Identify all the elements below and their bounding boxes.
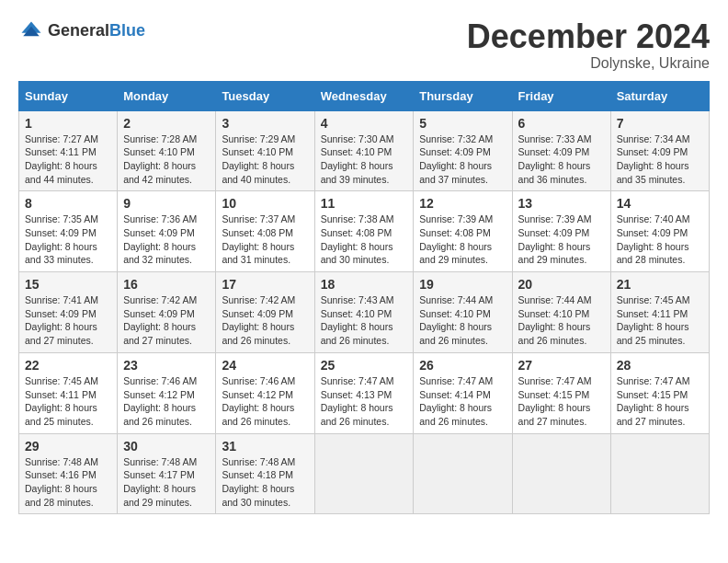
day-number: 23	[123, 358, 210, 373]
day-info: Sunrise: 7:42 AMSunset: 4:09 PMDaylight:…	[123, 294, 197, 346]
day-info: Sunrise: 7:44 AMSunset: 4:10 PMDaylight:…	[518, 294, 592, 346]
day-number: 3	[222, 116, 308, 131]
location: Dolynske, Ukraine	[467, 55, 710, 72]
day-number: 8	[25, 196, 111, 211]
day-info: Sunrise: 7:34 AMSunset: 4:09 PMDaylight:…	[617, 133, 690, 185]
day-info: Sunrise: 7:28 AMSunset: 4:10 PMDaylight:…	[123, 133, 197, 185]
col-tuesday: Tuesday	[216, 81, 314, 110]
table-row: 8 Sunrise: 7:35 AMSunset: 4:09 PMDayligh…	[19, 191, 710, 272]
logo-icon	[18, 18, 44, 44]
day-number: 15	[25, 277, 111, 292]
day-info: Sunrise: 7:32 AMSunset: 4:09 PMDaylight:…	[419, 133, 493, 185]
day-number: 9	[123, 196, 210, 211]
table-cell: 24 Sunrise: 7:46 AMSunset: 4:12 PMDaylig…	[216, 352, 314, 433]
day-info: Sunrise: 7:42 AMSunset: 4:09 PMDaylight:…	[222, 294, 295, 346]
day-number: 27	[518, 358, 605, 373]
table-cell: 4 Sunrise: 7:30 AMSunset: 4:10 PMDayligh…	[314, 110, 414, 191]
table-cell: 8 Sunrise: 7:35 AMSunset: 4:09 PMDayligh…	[19, 191, 118, 272]
table-cell: 18 Sunrise: 7:43 AMSunset: 4:10 PMDaylig…	[314, 272, 414, 353]
day-number: 6	[518, 116, 605, 131]
day-info: Sunrise: 7:40 AMSunset: 4:09 PMDaylight:…	[617, 213, 690, 265]
table-cell: 25 Sunrise: 7:47 AMSunset: 4:13 PMDaylig…	[314, 352, 414, 433]
table-cell: 29 Sunrise: 7:48 AMSunset: 4:16 PMDaylig…	[19, 433, 118, 514]
title-block: December 2024 Dolynske, Ukraine	[467, 18, 710, 72]
day-number: 24	[222, 358, 308, 373]
day-number: 4	[321, 116, 408, 131]
day-number: 7	[617, 116, 703, 131]
day-number: 18	[321, 277, 408, 292]
day-info: Sunrise: 7:46 AMSunset: 4:12 PMDaylight:…	[123, 375, 197, 427]
table-cell	[314, 433, 414, 514]
day-number: 13	[518, 196, 605, 211]
day-info: Sunrise: 7:39 AMSunset: 4:08 PMDaylight:…	[419, 213, 493, 265]
day-info: Sunrise: 7:45 AMSunset: 4:11 PMDaylight:…	[617, 294, 690, 346]
table-row: 29 Sunrise: 7:48 AMSunset: 4:16 PMDaylig…	[19, 433, 710, 514]
table-cell: 22 Sunrise: 7:45 AMSunset: 4:11 PMDaylig…	[19, 352, 118, 433]
day-info: Sunrise: 7:35 AMSunset: 4:09 PMDaylight:…	[25, 213, 98, 265]
table-cell: 10 Sunrise: 7:37 AMSunset: 4:08 PMDaylig…	[216, 191, 314, 272]
table-cell: 27 Sunrise: 7:47 AMSunset: 4:15 PMDaylig…	[512, 352, 610, 433]
day-info: Sunrise: 7:41 AMSunset: 4:09 PMDaylight:…	[25, 294, 98, 346]
table-cell: 28 Sunrise: 7:47 AMSunset: 4:15 PMDaylig…	[610, 352, 709, 433]
table-cell: 7 Sunrise: 7:34 AMSunset: 4:09 PMDayligh…	[610, 110, 709, 191]
day-info: Sunrise: 7:48 AMSunset: 4:17 PMDaylight:…	[123, 456, 197, 508]
col-monday: Monday	[118, 81, 216, 110]
day-number: 16	[123, 277, 210, 292]
table-cell: 15 Sunrise: 7:41 AMSunset: 4:09 PMDaylig…	[19, 272, 118, 353]
day-info: Sunrise: 7:36 AMSunset: 4:09 PMDaylight:…	[123, 213, 197, 265]
day-info: Sunrise: 7:38 AMSunset: 4:08 PMDaylight:…	[321, 213, 394, 265]
col-saturday: Saturday	[610, 81, 709, 110]
table-cell: 31 Sunrise: 7:48 AMSunset: 4:18 PMDaylig…	[216, 433, 314, 514]
day-number: 28	[617, 358, 703, 373]
day-number: 22	[25, 358, 111, 373]
day-info: Sunrise: 7:43 AMSunset: 4:10 PMDaylight:…	[321, 294, 394, 346]
day-number: 5	[419, 116, 506, 131]
table-row: 15 Sunrise: 7:41 AMSunset: 4:09 PMDaylig…	[19, 272, 710, 353]
table-cell: 14 Sunrise: 7:40 AMSunset: 4:09 PMDaylig…	[610, 191, 709, 272]
table-cell: 3 Sunrise: 7:29 AMSunset: 4:10 PMDayligh…	[216, 110, 314, 191]
table-cell: 12 Sunrise: 7:39 AMSunset: 4:08 PMDaylig…	[414, 191, 512, 272]
day-number: 31	[222, 439, 308, 454]
table-cell: 2 Sunrise: 7:28 AMSunset: 4:10 PMDayligh…	[118, 110, 216, 191]
col-sunday: Sunday	[19, 81, 118, 110]
table-cell: 26 Sunrise: 7:47 AMSunset: 4:14 PMDaylig…	[414, 352, 512, 433]
day-info: Sunrise: 7:27 AMSunset: 4:11 PMDaylight:…	[25, 133, 98, 185]
logo: GeneralBlue	[18, 18, 145, 44]
day-info: Sunrise: 7:39 AMSunset: 4:09 PMDaylight:…	[518, 213, 592, 265]
day-number: 12	[419, 196, 506, 211]
col-friday: Friday	[512, 81, 610, 110]
table-cell: 23 Sunrise: 7:46 AMSunset: 4:12 PMDaylig…	[118, 352, 216, 433]
table-cell: 30 Sunrise: 7:48 AMSunset: 4:17 PMDaylig…	[118, 433, 216, 514]
day-number: 14	[617, 196, 703, 211]
day-number: 29	[25, 439, 111, 454]
calendar-table: Sunday Monday Tuesday Wednesday Thursday…	[18, 81, 710, 515]
day-info: Sunrise: 7:48 AMSunset: 4:18 PMDaylight:…	[222, 456, 295, 508]
col-thursday: Thursday	[414, 81, 512, 110]
day-info: Sunrise: 7:30 AMSunset: 4:10 PMDaylight:…	[321, 133, 394, 185]
table-cell: 6 Sunrise: 7:33 AMSunset: 4:09 PMDayligh…	[512, 110, 610, 191]
day-number: 10	[222, 196, 308, 211]
day-info: Sunrise: 7:47 AMSunset: 4:15 PMDaylight:…	[518, 375, 592, 427]
day-number: 2	[123, 116, 210, 131]
month-title: December 2024	[467, 18, 710, 55]
table-cell: 20 Sunrise: 7:44 AMSunset: 4:10 PMDaylig…	[512, 272, 610, 353]
table-cell: 1 Sunrise: 7:27 AMSunset: 4:11 PMDayligh…	[19, 110, 118, 191]
table-row: 22 Sunrise: 7:45 AMSunset: 4:11 PMDaylig…	[19, 352, 710, 433]
day-number: 26	[419, 358, 506, 373]
table-cell: 11 Sunrise: 7:38 AMSunset: 4:08 PMDaylig…	[314, 191, 414, 272]
table-cell: 16 Sunrise: 7:42 AMSunset: 4:09 PMDaylig…	[118, 272, 216, 353]
day-number: 25	[321, 358, 408, 373]
table-cell: 21 Sunrise: 7:45 AMSunset: 4:11 PMDaylig…	[610, 272, 709, 353]
day-info: Sunrise: 7:44 AMSunset: 4:10 PMDaylight:…	[419, 294, 493, 346]
table-cell: 5 Sunrise: 7:32 AMSunset: 4:09 PMDayligh…	[414, 110, 512, 191]
col-wednesday: Wednesday	[314, 81, 414, 110]
day-info: Sunrise: 7:47 AMSunset: 4:15 PMDaylight:…	[617, 375, 690, 427]
table-cell: 19 Sunrise: 7:44 AMSunset: 4:10 PMDaylig…	[414, 272, 512, 353]
day-info: Sunrise: 7:48 AMSunset: 4:16 PMDaylight:…	[25, 456, 98, 508]
day-info: Sunrise: 7:47 AMSunset: 4:14 PMDaylight:…	[419, 375, 493, 427]
header-row: Sunday Monday Tuesday Wednesday Thursday…	[19, 81, 710, 110]
page-header: GeneralBlue December 2024 Dolynske, Ukra…	[18, 18, 710, 72]
day-info: Sunrise: 7:47 AMSunset: 4:13 PMDaylight:…	[321, 375, 394, 427]
day-number: 11	[321, 196, 408, 211]
table-cell	[414, 433, 512, 514]
